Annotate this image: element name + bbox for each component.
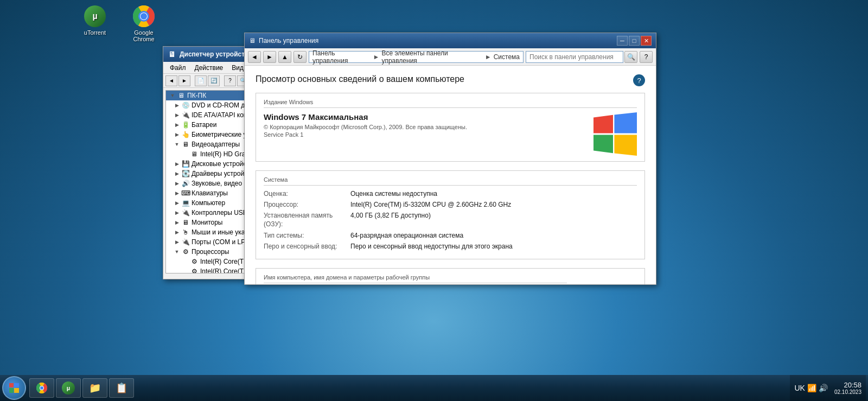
rating-value: Оценка системы недоступна [350,190,437,198]
chrome-label: Google Chrome [125,29,163,42]
expander [181,150,190,158]
cp-window-controls: ─ □ ✕ [617,36,652,46]
ram-value: 4,00 ГБ (3,82 ГБ доступно) [350,212,431,219]
edition-section-label: Издание Windows [264,99,637,108]
expander[interactable]: ▶ [173,199,181,207]
system-tray: UK 📶 🔊 20:58 02.10.2023 [790,375,866,401]
tree-root-label: ПК-ПК [187,92,206,99]
tray-clock[interactable]: 20:58 02.10.2023 [830,381,861,395]
taskbar-explorer-icon: 📁 [88,381,101,394]
taskbar-explorer-button[interactable]: 📁 [82,378,107,398]
cpu-node-icon: ⚙ [190,267,199,273]
ram-row: Установленная память (ОЗУ): 4,00 ГБ (3,8… [264,212,637,228]
tree-item-label: Компьютер [192,199,225,207]
edition-name: Windows 7 Максимальная [264,112,583,122]
computer-name-section: Имя компьютера, имя домена и параметры р… [256,268,645,284]
root-expander[interactable]: ▼ [168,91,177,100]
processor-label: Процессор: [264,201,350,208]
cp-maximize-button[interactable]: □ [629,36,640,46]
biometric-icon: 👆 [181,130,190,139]
battery-icon: 🔋 [181,120,190,129]
tree-item-label: Батареи [192,121,216,129]
port-icon: 🔌 [181,238,190,246]
taskbar-chrome-button[interactable] [29,378,54,398]
expander[interactable]: ▶ [173,111,181,119]
expander[interactable]: ▼ [173,247,181,256]
menu-file[interactable]: Файл [165,63,190,73]
control-panel-window: 🖥 Панель управления ─ □ ✕ ◄ ► ▲ ↻ Панель… [244,33,656,285]
rating-label: Оценка: [264,190,350,198]
os-type-label: Тип системы: [264,232,350,239]
expander[interactable]: ▶ [173,189,181,198]
cp-content: Просмотр основных сведений о вашем компь… [245,66,656,284]
help-button[interactable]: ? [224,75,236,86]
control-panel-title: Панель управления [259,37,617,44]
desktop-icons-area: µ uTorrent Google Chrome [76,5,163,42]
desktop-icon-chrome[interactable]: Google Chrome [125,5,163,42]
search-input[interactable] [526,51,623,63]
tray-time: 20:58 [834,381,861,389]
expander[interactable]: ▶ [173,208,181,217]
back-button[interactable]: ◄ [165,75,177,86]
expander[interactable]: ▶ [173,179,181,188]
expander[interactable]: ▶ [173,101,181,110]
svg-point-3 [141,13,147,20]
cp-minimize-button[interactable]: ─ [617,36,628,46]
start-button[interactable] [2,376,26,400]
cpu-icon: ⚙ [181,247,190,256]
breadcrumb-3[interactable]: Система [494,53,520,61]
breadcrumb-1[interactable]: Панель управления [312,49,371,65]
menu-action[interactable]: Действие [190,63,228,73]
gpu-icon: 🖥 [190,150,199,158]
computer-node-icon: 💻 [181,199,190,207]
windows-edition-section: Издание Windows Windows 7 Максимальная ©… [256,93,645,162]
tree-item-label: Процессоры [192,248,229,256]
processor-row: Процессор: Intel(R) Core(TM) i5-3320M CP… [264,201,637,208]
usb-icon: 🔌 [181,208,190,217]
forward-button[interactable]: ► [178,75,190,86]
refresh-button[interactable]: 🔄 [208,75,220,86]
expander[interactable]: ▶ [173,228,181,237]
utorrent-icon: µ [84,5,106,27]
expander[interactable]: ▶ [173,120,181,129]
cp-close-button[interactable]: ✕ [641,36,652,46]
system-info-section: Система Оценка: Оценка системы недоступн… [256,170,645,259]
ide-icon: 🔌 [181,111,190,119]
tray-volume-icon[interactable]: 🔊 [819,384,828,392]
desktop-icon-utorrent[interactable]: µ uTorrent [76,5,114,42]
search-button[interactable]: 🔍 [624,51,637,63]
pen-value: Перо и сенсорный ввод недоступны для это… [350,243,513,250]
expander[interactable]: ▶ [173,130,181,139]
processor-value: Intel(R) Core(TM) i5-3320M CPU @ 2.60GHz… [350,201,511,208]
taskbar-chrome-icon [35,381,48,394]
expander[interactable]: ▶ [173,218,181,227]
expander[interactable]: ▶ [173,238,181,246]
tray-network-icon[interactable]: 📶 [807,384,816,392]
expander[interactable]: ▶ [173,160,181,168]
computer-section-label: Имя компьютера, имя домена и параметры р… [264,274,567,283]
monitor-icon: 🖥 [181,218,190,227]
cpu-node-icon: ⚙ [190,257,199,266]
properties-button[interactable]: 📄 [195,75,207,86]
nav-up-button[interactable]: ▲ [278,51,291,63]
edition-copyright: © Корпорация Майкрософт (Microsoft Corp.… [264,124,583,130]
page-title: Просмотр основных сведений о вашем компь… [256,74,633,84]
tree-item-label: Видеоадаптеры [192,141,240,148]
tree-item-label: Порты (COM и LPT) [192,238,252,246]
help-icon[interactable]: ? [633,74,645,86]
tree-item-label: Контроллеры USB [192,209,247,217]
os-type-value: 64-разрядная операционная система [350,232,463,239]
taskbar-app4-button[interactable]: 📋 [109,378,134,398]
help-button[interactable]: ? [640,51,653,63]
nav-refresh-button[interactable]: ↻ [293,51,307,63]
nav-back-button[interactable]: ◄ [248,51,261,63]
taskbar-utorrent-button[interactable]: µ [56,378,81,398]
taskbar: µ 📁 📋 UK 📶 🔊 20:58 02.10.2023 [0,375,868,401]
keyboard-icon: ⌨ [181,189,190,198]
nav-forward-button[interactable]: ► [263,51,276,63]
breadcrumb-2[interactable]: Все элементы панели управления [381,49,482,65]
address-path[interactable]: Панель управления ► Все элементы панели … [309,51,524,63]
tray-language[interactable]: UK [794,384,805,392]
expander[interactable]: ▼ [173,140,181,149]
expander[interactable]: ▶ [173,169,181,178]
